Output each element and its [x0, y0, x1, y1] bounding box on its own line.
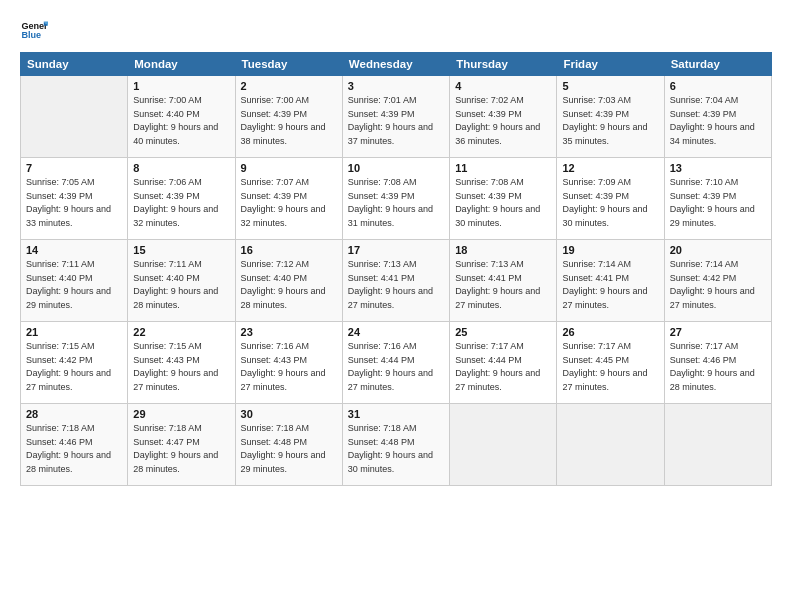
day-info: Sunrise: 7:10 AMSunset: 4:39 PMDaylight:… — [670, 177, 755, 228]
calendar-cell: 15 Sunrise: 7:11 AMSunset: 4:40 PMDaylig… — [128, 240, 235, 322]
day-info: Sunrise: 7:18 AMSunset: 4:46 PMDaylight:… — [26, 423, 111, 474]
calendar-cell: 1 Sunrise: 7:00 AMSunset: 4:40 PMDayligh… — [128, 76, 235, 158]
calendar-cell: 19 Sunrise: 7:14 AMSunset: 4:41 PMDaylig… — [557, 240, 664, 322]
calendar-week-row: 7 Sunrise: 7:05 AMSunset: 4:39 PMDayligh… — [21, 158, 772, 240]
calendar-cell: 3 Sunrise: 7:01 AMSunset: 4:39 PMDayligh… — [342, 76, 449, 158]
calendar-week-row: 1 Sunrise: 7:00 AMSunset: 4:40 PMDayligh… — [21, 76, 772, 158]
day-info: Sunrise: 7:07 AMSunset: 4:39 PMDaylight:… — [241, 177, 326, 228]
day-number: 3 — [348, 80, 444, 92]
logo: General Blue — [20, 16, 48, 44]
calendar-cell: 7 Sunrise: 7:05 AMSunset: 4:39 PMDayligh… — [21, 158, 128, 240]
calendar-cell: 20 Sunrise: 7:14 AMSunset: 4:42 PMDaylig… — [664, 240, 771, 322]
calendar-header-row: SundayMondayTuesdayWednesdayThursdayFrid… — [21, 53, 772, 76]
day-info: Sunrise: 7:08 AMSunset: 4:39 PMDaylight:… — [455, 177, 540, 228]
calendar-cell: 5 Sunrise: 7:03 AMSunset: 4:39 PMDayligh… — [557, 76, 664, 158]
calendar-cell: 4 Sunrise: 7:02 AMSunset: 4:39 PMDayligh… — [450, 76, 557, 158]
day-number: 29 — [133, 408, 229, 420]
weekday-header: Saturday — [664, 53, 771, 76]
calendar-cell: 2 Sunrise: 7:00 AMSunset: 4:39 PMDayligh… — [235, 76, 342, 158]
day-info: Sunrise: 7:17 AMSunset: 4:44 PMDaylight:… — [455, 341, 540, 392]
day-number: 10 — [348, 162, 444, 174]
calendar-cell: 14 Sunrise: 7:11 AMSunset: 4:40 PMDaylig… — [21, 240, 128, 322]
calendar-cell: 25 Sunrise: 7:17 AMSunset: 4:44 PMDaylig… — [450, 322, 557, 404]
calendar-cell: 17 Sunrise: 7:13 AMSunset: 4:41 PMDaylig… — [342, 240, 449, 322]
day-number: 17 — [348, 244, 444, 256]
day-number: 26 — [562, 326, 658, 338]
calendar-week-row: 28 Sunrise: 7:18 AMSunset: 4:46 PMDaylig… — [21, 404, 772, 486]
day-number: 22 — [133, 326, 229, 338]
day-number: 31 — [348, 408, 444, 420]
calendar-cell: 10 Sunrise: 7:08 AMSunset: 4:39 PMDaylig… — [342, 158, 449, 240]
page: General Blue SundayMondayTuesdayWednesda… — [0, 0, 792, 612]
day-number: 5 — [562, 80, 658, 92]
weekday-header: Monday — [128, 53, 235, 76]
day-info: Sunrise: 7:00 AMSunset: 4:39 PMDaylight:… — [241, 95, 326, 146]
day-info: Sunrise: 7:04 AMSunset: 4:39 PMDaylight:… — [670, 95, 755, 146]
day-number: 1 — [133, 80, 229, 92]
calendar-cell: 13 Sunrise: 7:10 AMSunset: 4:39 PMDaylig… — [664, 158, 771, 240]
calendar-cell: 18 Sunrise: 7:13 AMSunset: 4:41 PMDaylig… — [450, 240, 557, 322]
calendar-cell: 30 Sunrise: 7:18 AMSunset: 4:48 PMDaylig… — [235, 404, 342, 486]
calendar-table: SundayMondayTuesdayWednesdayThursdayFrid… — [20, 52, 772, 486]
day-info: Sunrise: 7:05 AMSunset: 4:39 PMDaylight:… — [26, 177, 111, 228]
day-number: 4 — [455, 80, 551, 92]
day-info: Sunrise: 7:08 AMSunset: 4:39 PMDaylight:… — [348, 177, 433, 228]
calendar-cell: 31 Sunrise: 7:18 AMSunset: 4:48 PMDaylig… — [342, 404, 449, 486]
calendar-cell: 12 Sunrise: 7:09 AMSunset: 4:39 PMDaylig… — [557, 158, 664, 240]
day-info: Sunrise: 7:13 AMSunset: 4:41 PMDaylight:… — [348, 259, 433, 310]
day-info: Sunrise: 7:06 AMSunset: 4:39 PMDaylight:… — [133, 177, 218, 228]
day-number: 11 — [455, 162, 551, 174]
calendar-cell: 11 Sunrise: 7:08 AMSunset: 4:39 PMDaylig… — [450, 158, 557, 240]
day-number: 20 — [670, 244, 766, 256]
calendar-cell: 16 Sunrise: 7:12 AMSunset: 4:40 PMDaylig… — [235, 240, 342, 322]
day-number: 28 — [26, 408, 122, 420]
calendar-cell: 28 Sunrise: 7:18 AMSunset: 4:46 PMDaylig… — [21, 404, 128, 486]
day-info: Sunrise: 7:13 AMSunset: 4:41 PMDaylight:… — [455, 259, 540, 310]
day-number: 19 — [562, 244, 658, 256]
day-info: Sunrise: 7:00 AMSunset: 4:40 PMDaylight:… — [133, 95, 218, 146]
day-info: Sunrise: 7:15 AMSunset: 4:43 PMDaylight:… — [133, 341, 218, 392]
day-number: 15 — [133, 244, 229, 256]
calendar-cell: 21 Sunrise: 7:15 AMSunset: 4:42 PMDaylig… — [21, 322, 128, 404]
calendar-cell: 29 Sunrise: 7:18 AMSunset: 4:47 PMDaylig… — [128, 404, 235, 486]
svg-text:Blue: Blue — [21, 30, 41, 40]
day-info: Sunrise: 7:12 AMSunset: 4:40 PMDaylight:… — [241, 259, 326, 310]
calendar-cell: 26 Sunrise: 7:17 AMSunset: 4:45 PMDaylig… — [557, 322, 664, 404]
day-number: 13 — [670, 162, 766, 174]
day-info: Sunrise: 7:14 AMSunset: 4:41 PMDaylight:… — [562, 259, 647, 310]
calendar-week-row: 14 Sunrise: 7:11 AMSunset: 4:40 PMDaylig… — [21, 240, 772, 322]
day-info: Sunrise: 7:03 AMSunset: 4:39 PMDaylight:… — [562, 95, 647, 146]
day-number: 16 — [241, 244, 337, 256]
day-number: 9 — [241, 162, 337, 174]
day-number: 27 — [670, 326, 766, 338]
weekday-header: Friday — [557, 53, 664, 76]
day-info: Sunrise: 7:17 AMSunset: 4:46 PMDaylight:… — [670, 341, 755, 392]
day-info: Sunrise: 7:02 AMSunset: 4:39 PMDaylight:… — [455, 95, 540, 146]
header: General Blue — [20, 16, 772, 44]
day-info: Sunrise: 7:18 AMSunset: 4:47 PMDaylight:… — [133, 423, 218, 474]
weekday-header: Wednesday — [342, 53, 449, 76]
day-info: Sunrise: 7:09 AMSunset: 4:39 PMDaylight:… — [562, 177, 647, 228]
weekday-header: Tuesday — [235, 53, 342, 76]
calendar-cell: 6 Sunrise: 7:04 AMSunset: 4:39 PMDayligh… — [664, 76, 771, 158]
day-info: Sunrise: 7:16 AMSunset: 4:43 PMDaylight:… — [241, 341, 326, 392]
day-number: 25 — [455, 326, 551, 338]
day-info: Sunrise: 7:18 AMSunset: 4:48 PMDaylight:… — [241, 423, 326, 474]
day-number: 21 — [26, 326, 122, 338]
day-info: Sunrise: 7:17 AMSunset: 4:45 PMDaylight:… — [562, 341, 647, 392]
calendar-cell — [664, 404, 771, 486]
day-number: 7 — [26, 162, 122, 174]
calendar-cell — [21, 76, 128, 158]
logo-icon: General Blue — [20, 16, 48, 44]
calendar-cell: 22 Sunrise: 7:15 AMSunset: 4:43 PMDaylig… — [128, 322, 235, 404]
day-number: 12 — [562, 162, 658, 174]
calendar-cell: 27 Sunrise: 7:17 AMSunset: 4:46 PMDaylig… — [664, 322, 771, 404]
day-info: Sunrise: 7:11 AMSunset: 4:40 PMDaylight:… — [26, 259, 111, 310]
calendar-cell — [450, 404, 557, 486]
weekday-header: Thursday — [450, 53, 557, 76]
day-number: 14 — [26, 244, 122, 256]
day-info: Sunrise: 7:14 AMSunset: 4:42 PMDaylight:… — [670, 259, 755, 310]
day-info: Sunrise: 7:16 AMSunset: 4:44 PMDaylight:… — [348, 341, 433, 392]
day-number: 24 — [348, 326, 444, 338]
day-number: 6 — [670, 80, 766, 92]
